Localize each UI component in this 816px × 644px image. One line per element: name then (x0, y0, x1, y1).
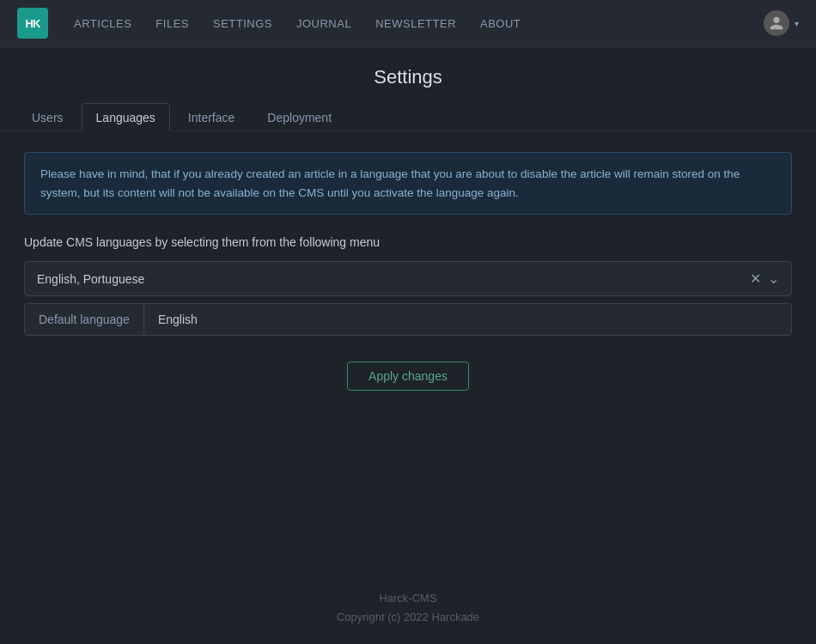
tab-languages[interactable]: Languages (82, 103, 170, 131)
settings-tabs: Users Languages Interface Deployment (0, 102, 816, 131)
info-alert: Please have in mind, that if you already… (24, 152, 792, 215)
avatar (764, 10, 789, 36)
chevron-down-icon[interactable]: ⌄ (768, 270, 779, 287)
alert-text: Please have in mind, that if you already… (40, 167, 740, 199)
clear-icon[interactable]: ✕ (750, 270, 761, 287)
nav-articles[interactable]: ARTICLES (74, 17, 131, 30)
nav-about[interactable]: ABOUT (480, 17, 521, 30)
page-title: Settings (0, 66, 816, 88)
default-language-row: Default language English (24, 303, 792, 336)
navbar: HK ARTICLES FILES SETTINGS JOURNAL NEWSL… (0, 0, 816, 47)
tab-deployment[interactable]: Deployment (253, 103, 346, 131)
section-label: Update CMS languages by selecting them f… (24, 235, 792, 249)
nav-newsletter[interactable]: NEWSLETTER (375, 17, 456, 30)
main-content: Please have in mind, that if you already… (0, 131, 816, 411)
tab-users[interactable]: Users (17, 103, 78, 131)
default-language-label: Default language (25, 304, 144, 335)
logo-text: HK (26, 17, 40, 30)
user-menu[interactable]: ▾ (764, 10, 799, 36)
logo[interactable]: HK (17, 8, 48, 39)
nav-files[interactable]: FILES (155, 17, 189, 30)
nav-links: ARTICLES FILES SETTINGS JOURNAL NEWSLETT… (74, 17, 764, 30)
nav-settings[interactable]: SETTINGS (213, 17, 272, 30)
nav-journal[interactable]: JOURNAL (296, 17, 351, 30)
language-selector-value: English, Portuguese (37, 272, 144, 286)
footer-line1: Harck-CMS (0, 589, 816, 608)
apply-changes-button[interactable]: Apply changes (347, 361, 469, 391)
language-selector[interactable]: English, Portuguese ✕ ⌄ (24, 261, 792, 296)
language-selector-controls: ✕ ⌄ (750, 270, 779, 287)
default-language-value: English (144, 304, 791, 335)
footer-line2: Copyright (c) 2022 Harckade (0, 608, 816, 627)
user-chevron-icon: ▾ (795, 19, 799, 28)
page-title-section: Settings (0, 47, 816, 102)
footer: Harck-CMS Copyright (c) 2022 Harckade (0, 589, 816, 627)
apply-button-wrapper: Apply changes (24, 361, 792, 391)
tab-interface[interactable]: Interface (174, 103, 249, 131)
